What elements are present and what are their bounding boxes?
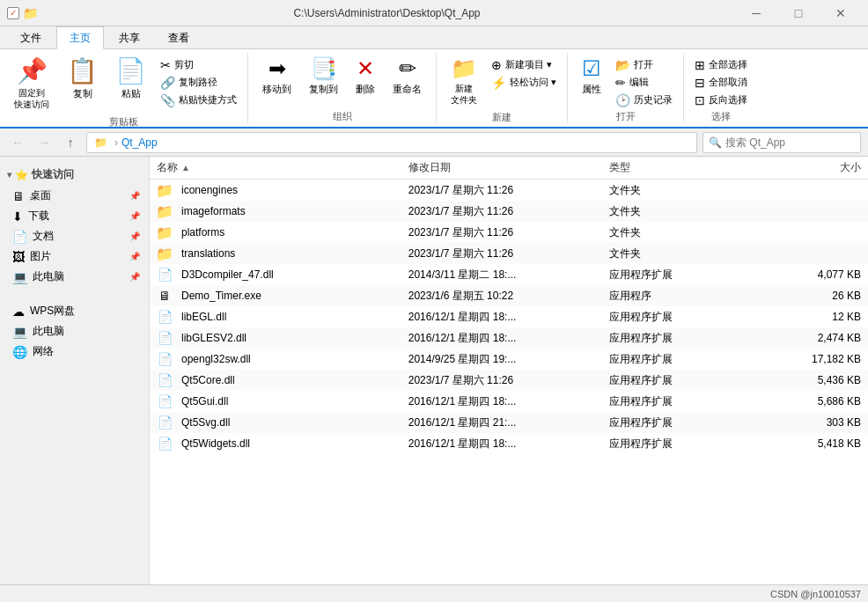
sidebar-item-wps[interactable]: ☁ WPS网盘 — [2, 301, 147, 321]
paste-icon: 📄 — [115, 56, 146, 85]
new-item-button[interactable]: ⊕ 新建项目 ▾ — [488, 56, 555, 73]
pin-quickaccess-button[interactable]: 📌 固定到快速访问 — [7, 53, 56, 114]
table-row[interactable]: 🖥 Demo_Timer.exe 2023/1/6 星期五 10:22 应用程序… — [150, 285, 868, 306]
deselect-all-label: 全部取消 — [709, 76, 747, 89]
select-all-button[interactable]: ⊞ 全部选择 — [691, 56, 751, 73]
pin-icon: 📌 — [17, 56, 48, 85]
col-date-label: 修改日期 — [408, 161, 451, 173]
table-row[interactable]: 📁 translations 2023/1/7 星期六 11:26 文件夹 — [150, 243, 868, 264]
file-name: D3Dcompiler_47.dll — [181, 268, 274, 281]
table-row[interactable]: 📁 iconengines 2023/1/7 星期六 11:26 文件夹 — [150, 180, 868, 201]
table-row[interactable]: 📄 D3Dcompiler_47.dll 2014/3/11 星期二 18:..… — [150, 264, 868, 285]
table-row[interactable]: 📄 Qt5Core.dll 2023/1/7 星期六 11:26 应用程序扩展 … — [150, 370, 868, 391]
file-date-cell: 2023/1/7 星期六 11:26 — [408, 246, 610, 261]
table-row[interactable]: 📄 Qt5Svg.dll 2016/12/1 星期四 21:... 应用程序扩展… — [150, 412, 868, 433]
tab-share[interactable]: 共享 — [106, 26, 153, 48]
file-type: 应用程序扩展 — [609, 416, 673, 429]
file-size-cell: 4,077 KB — [761, 268, 861, 281]
file-type: 应用程序扩展 — [609, 437, 673, 450]
history-button[interactable]: 🕑 历史记录 — [612, 92, 676, 108]
organize-group-label: 组织 — [333, 108, 352, 123]
file-date-cell: 2016/12/1 星期四 18:... — [408, 394, 610, 409]
search-box[interactable]: 🔍 — [702, 132, 861, 153]
table-row[interactable]: 📄 opengl32sw.dll 2014/9/25 星期四 19:... 应用… — [150, 349, 868, 370]
delete-label: 删除 — [356, 83, 375, 96]
file-date-cell: 2023/1/7 星期六 11:26 — [408, 225, 610, 240]
invert-select-button[interactable]: ⊡ 反向选择 — [691, 92, 751, 108]
file-type-icon: 📄 — [157, 330, 173, 346]
file-date: 2014/9/25 星期四 19:... — [408, 353, 517, 365]
up-button[interactable]: ↑ — [60, 132, 81, 153]
easy-access-button[interactable]: ⚡ 轻松访问 ▾ — [488, 74, 560, 91]
tab-view[interactable]: 查看 — [155, 26, 202, 48]
file-date-cell: 2014/3/11 星期二 18:... — [408, 268, 610, 283]
move-to-button[interactable]: ➡ 移动到 — [255, 53, 298, 99]
file-date: 2016/12/1 星期四 18:... — [408, 437, 517, 450]
table-row[interactable]: 📄 Qt5Gui.dll 2016/12/1 星期四 18:... 应用程序扩展… — [150, 391, 868, 412]
paste-label: 粘贴 — [121, 87, 141, 100]
file-type-cell: 应用程序扩展 — [609, 331, 760, 346]
quickaccess-header[interactable]: ▾ ⭐ 快速访问 — [0, 164, 149, 186]
copy-to-button[interactable]: 📑 复制到 — [302, 53, 345, 99]
col-header-type[interactable]: 类型 — [609, 160, 760, 175]
file-name-cell: 📄 Qt5Widgets.dll — [157, 436, 408, 452]
paste-shortcut-icon: 📎 — [160, 94, 175, 106]
documents-label: 文档 — [33, 229, 122, 244]
rename-button[interactable]: ✏ 重命名 — [386, 53, 429, 99]
copy-path-button[interactable]: 🔗 复制路径 — [157, 74, 221, 91]
file-size: 5,418 KB — [818, 437, 861, 450]
file-type-icon: 📁 — [157, 246, 173, 261]
minimize-button[interactable]: ─ — [736, 0, 776, 26]
delete-button[interactable]: ✕ 删除 — [349, 53, 382, 99]
file-type: 应用程序扩展 — [609, 353, 673, 365]
col-header-size[interactable]: 大小 — [761, 160, 861, 175]
table-row[interactable]: 📄 Qt5Widgets.dll 2016/12/1 星期四 18:... 应用… — [150, 433, 868, 454]
maximize-button[interactable]: □ — [778, 0, 819, 26]
new-folder-label: 新建文件夹 — [451, 83, 477, 106]
tab-file[interactable]: 文件 — [7, 26, 55, 48]
history-label: 历史记录 — [634, 93, 673, 106]
edit-button[interactable]: ✏ 编辑 — [612, 74, 652, 91]
properties-button[interactable]: ☑ 属性 — [575, 53, 608, 99]
table-row[interactable]: 📁 platforms 2023/1/7 星期六 11:26 文件夹 — [150, 222, 868, 243]
col-header-name[interactable]: 名称 ▲ — [157, 160, 408, 175]
file-name: opengl32sw.dll — [181, 353, 251, 365]
copy-button[interactable]: 📋 复制 — [60, 53, 105, 104]
file-name: libEGL.dll — [181, 311, 226, 323]
paste-button[interactable]: 📄 粘贴 — [108, 53, 153, 104]
search-input[interactable] — [725, 136, 855, 149]
file-type-icon: 🖥 — [157, 288, 173, 304]
table-row[interactable]: 📄 libEGL.dll 2016/12/1 星期四 18:... 应用程序扩展… — [150, 306, 868, 327]
forward-button[interactable]: → — [33, 132, 55, 153]
open-button[interactable]: 📂 打开 — [612, 56, 657, 73]
address-path[interactable]: 📁 › Qt_App — [86, 132, 697, 153]
cut-button[interactable]: ✂ 剪切 — [157, 56, 197, 73]
sidebar-item-thispc[interactable]: 💻 此电脑 — [2, 321, 147, 341]
breadcrumb-item[interactable]: Qt_App — [121, 136, 158, 149]
file-name: Demo_Timer.exe — [181, 290, 261, 302]
edit-label: 编辑 — [629, 76, 649, 89]
sidebar-item-thispc-quick[interactable]: 💻 此电脑 📌 — [2, 267, 147, 287]
file-name-cell: 📁 imageformats — [157, 203, 408, 219]
file-name: Qt5Widgets.dll — [181, 437, 250, 450]
file-type: 文件夹 — [609, 226, 641, 239]
network-icon: 🌐 — [12, 345, 27, 359]
new-folder-button[interactable]: 📁 新建文件夹 — [444, 53, 484, 109]
table-row[interactable]: 📄 libGLESV2.dll 2016/12/1 星期四 18:... 应用程… — [150, 327, 868, 349]
sidebar-item-network[interactable]: 🌐 网络 — [2, 341, 147, 362]
file-list: 名称 ▲ 修改日期 类型 大小 📁 iconengines 2023/1/7 星… — [150, 157, 868, 584]
paste-shortcut-label: 粘贴快捷方式 — [179, 93, 237, 106]
back-button[interactable]: ← — [7, 132, 28, 153]
sidebar-item-desktop[interactable]: 🖥 桌面 📌 — [2, 186, 147, 206]
paste-shortcut-button[interactable]: 📎 粘贴快捷方式 — [157, 92, 240, 108]
sidebar-item-documents[interactable]: 📄 文档 📌 — [2, 226, 147, 246]
edit-icon: ✏ — [615, 77, 626, 89]
sidebar-item-downloads[interactable]: ⬇ 下载 📌 — [2, 206, 147, 226]
close-button[interactable]: ✕ — [820, 0, 861, 26]
sidebar-item-pictures[interactable]: 🖼 图片 📌 — [2, 246, 147, 267]
table-row[interactable]: 📁 imageformats 2023/1/7 星期六 11:26 文件夹 — [150, 201, 868, 222]
col-header-date[interactable]: 修改日期 — [408, 160, 610, 175]
deselect-all-button[interactable]: ⊟ 全部取消 — [691, 74, 751, 91]
tab-home[interactable]: 主页 — [56, 26, 104, 49]
pin-icon-downloads: 📌 — [129, 211, 140, 221]
